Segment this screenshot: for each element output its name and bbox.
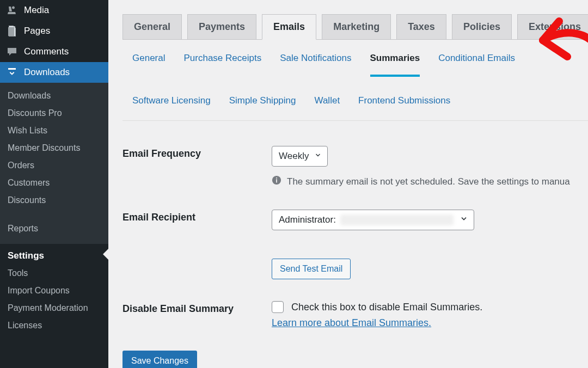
chevron-down-icon <box>314 151 322 161</box>
info-icon <box>272 175 281 188</box>
tab-taxes[interactable]: Taxes <box>396 14 446 39</box>
recipient-redacted <box>340 214 454 225</box>
subtab-sale-notifications[interactable]: Sale Notifications <box>280 53 351 77</box>
sidebar-subitem-payment-moderation[interactable]: Payment Moderation <box>0 299 108 317</box>
frequency-info-text: The summary email is not yet scheduled. … <box>287 176 570 187</box>
svg-rect-4 <box>276 179 277 182</box>
sidebar-subitem-discounts[interactable]: Discounts <box>0 192 108 209</box>
row-email-recipient: Email Recipient Administrator: Send Test… <box>122 210 588 279</box>
sidebar-item-reports[interactable]: Reports <box>0 220 108 237</box>
sidebar-subitem-licenses[interactable]: Licenses <box>0 317 108 334</box>
select-email-frequency[interactable]: Weekly <box>272 146 328 167</box>
downloads-icon <box>7 67 17 78</box>
form-actions: Save Changes <box>122 351 588 368</box>
select-email-recipient[interactable]: Administrator: <box>272 210 474 230</box>
sidebar-item-comments[interactable]: Comments <box>0 41 108 62</box>
sidebar-item-label: Downloads <box>24 67 70 78</box>
frequency-info: The summary email is not yet scheduled. … <box>272 175 588 188</box>
link-learn-more[interactable]: Learn more about Email Summaries. <box>272 317 431 329</box>
chevron-down-icon <box>460 214 468 225</box>
media-icon <box>7 5 17 16</box>
sidebar-item-pages[interactable]: Pages <box>0 21 108 41</box>
sidebar-item-label: Media <box>24 5 49 16</box>
sidebar-item-settings[interactable]: Settings <box>0 244 108 265</box>
sidebar-item-label: Settings <box>8 250 44 261</box>
settings-form: Email Frequency Weekly The summary email… <box>122 121 588 368</box>
button-save-changes[interactable]: Save Changes <box>122 351 197 368</box>
button-send-test-email[interactable]: Send Test Email <box>272 259 351 279</box>
sidebar-subitem-tools[interactable]: Tools <box>0 265 108 282</box>
sidebar-subitem-customers[interactable]: Customers <box>0 174 108 192</box>
primary-tabs: General Payments Emails Marketing Taxes … <box>122 0 588 40</box>
sidebar-primary-menu: Media Pages Comments Downloads <box>0 0 108 83</box>
subtab-wallet[interactable]: Wallet <box>315 95 340 120</box>
recipient-prefix: Administrator: <box>279 214 336 225</box>
sidebar-subitem-wish-lists[interactable]: Wish Lists <box>0 122 108 139</box>
subtab-frontend-submissions[interactable]: Frontend Submissions <box>358 95 450 120</box>
reports-section: Reports <box>0 213 108 244</box>
row-disable-summary: Disable Email Summary Check this box to … <box>122 301 588 329</box>
subtab-software-licensing[interactable]: Software Licensing <box>132 95 211 120</box>
downloads-submenu: Downloads Discounts Pro Wish Lists Membe… <box>0 83 108 213</box>
sub-tabs: General Purchase Receipts Sale Notificat… <box>122 40 588 121</box>
sidebar-item-downloads[interactable]: Downloads <box>0 62 108 83</box>
tab-payments[interactable]: Payments <box>187 14 256 39</box>
sidebar-subitem-orders[interactable]: Orders <box>0 157 108 174</box>
subtab-simple-shipping[interactable]: Simple Shipping <box>229 95 296 120</box>
sidebar-subitem-import-coupons[interactable]: Import Coupons <box>0 282 108 299</box>
main-content: General Payments Emails Marketing Taxes … <box>108 0 588 368</box>
tab-marketing[interactable]: Marketing <box>322 14 391 39</box>
tab-policies[interactable]: Policies <box>452 14 512 39</box>
tab-emails[interactable]: Emails <box>262 14 316 40</box>
row-email-frequency: Email Frequency Weekly The summary email… <box>122 146 588 188</box>
select-value: Weekly <box>279 151 309 162</box>
svg-rect-2 <box>8 27 14 36</box>
tab-extensions[interactable]: Extensions <box>517 14 588 39</box>
comments-icon <box>7 46 17 57</box>
sidebar-subitem-downloads[interactable]: Downloads <box>0 87 108 105</box>
sidebar-subitem-discounts-pro[interactable]: Discounts Pro <box>0 105 108 122</box>
subtab-conditional-emails[interactable]: Conditional Emails <box>438 53 515 77</box>
subtab-general[interactable]: General <box>132 53 165 77</box>
sidebar-item-label: Comments <box>24 46 69 57</box>
admin-sidebar: Media Pages Comments Downloads <box>0 0 108 368</box>
settings-submenu: Tools Import Coupons Payment Moderation … <box>0 265 108 342</box>
subtab-purchase-receipts[interactable]: Purchase Receipts <box>183 53 261 77</box>
checkbox-disable-summary[interactable] <box>272 301 284 313</box>
pages-icon <box>7 26 17 36</box>
label-email-frequency: Email Frequency <box>122 146 272 160</box>
tab-general[interactable]: General <box>122 14 182 39</box>
label-email-recipient: Email Recipient <box>122 210 272 223</box>
sidebar-subitem-member-discounts[interactable]: Member Discounts <box>0 139 108 157</box>
sidebar-item-label: Pages <box>24 26 50 36</box>
svg-rect-5 <box>276 177 277 179</box>
checkbox-label-text: Check this box to disable Email Summarie… <box>291 302 482 313</box>
subtab-summaries[interactable]: Summaries <box>370 53 420 77</box>
label-disable-summary: Disable Email Summary <box>122 301 272 315</box>
sidebar-item-media[interactable]: Media <box>0 0 108 21</box>
